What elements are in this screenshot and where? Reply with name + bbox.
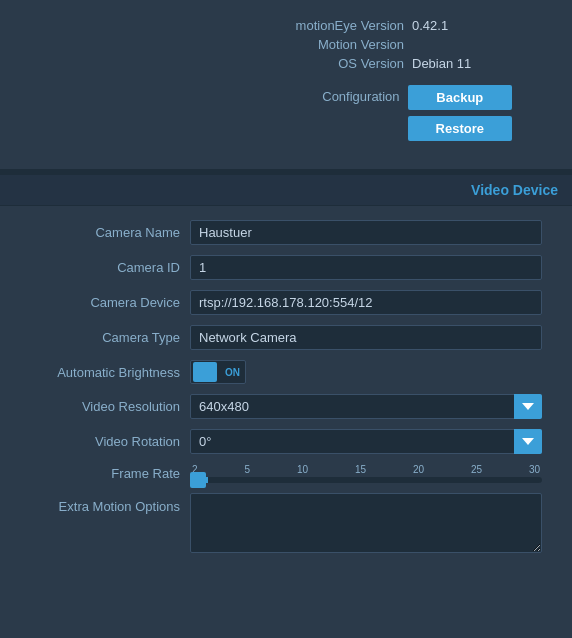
camera-name-label: Camera Name	[20, 225, 180, 240]
video-device-header: Video Device	[0, 175, 572, 206]
motion-version-label: Motion Version	[274, 37, 404, 52]
camera-type-label: Camera Type	[20, 330, 180, 345]
video-rotation-row: Video Rotation 0° 90° 180° 270°	[20, 429, 552, 454]
frame-rate-label: Frame Rate	[20, 466, 180, 481]
auto-brightness-toggle-container: ON	[190, 360, 246, 384]
motioneye-version-label: motionEye Version	[274, 18, 404, 33]
toggle-knob	[193, 362, 217, 382]
camera-type-value: Network Camera	[190, 325, 542, 350]
frame-rate-row: Frame Rate 2 5 10 15 20 25 30	[20, 464, 552, 483]
camera-name-row: Camera Name	[20, 220, 552, 245]
video-resolution-row: Video Resolution 640x480 1280x720 1920x1…	[20, 394, 552, 419]
camera-type-row: Camera Type Network Camera	[20, 325, 552, 350]
motioneye-version-value: 0.42.1	[412, 18, 512, 33]
toggle-on-label: ON	[225, 367, 240, 378]
video-rotation-select-wrapper: 0° 90° 180° 270°	[190, 429, 542, 454]
auto-brightness-toggle[interactable]: ON	[190, 360, 246, 384]
video-device-title: Video Device	[471, 182, 558, 198]
video-resolution-label: Video Resolution	[20, 399, 180, 414]
motion-version-value	[412, 37, 512, 52]
camera-device-label: Camera Device	[20, 295, 180, 310]
motion-version-row: Motion Version	[20, 37, 552, 52]
configuration-row: Configuration Backup Restore	[20, 85, 552, 141]
video-device-section: Camera Name Camera ID Camera Device Came…	[0, 206, 572, 577]
configuration-label: Configuration	[270, 85, 400, 104]
camera-id-row: Camera ID	[20, 255, 552, 280]
auto-brightness-row: Automatic Brightness ON	[20, 360, 552, 384]
os-version-row: OS Version Debian 11	[20, 56, 552, 71]
video-rotation-label: Video Rotation	[20, 434, 180, 449]
extra-motion-textarea[interactable]	[190, 493, 542, 553]
frame-rate-slider-container: 2 5 10 15 20 25 30	[190, 464, 542, 483]
video-resolution-select[interactable]: 640x480 1280x720 1920x1080	[190, 394, 542, 419]
camera-id-input[interactable]	[190, 255, 542, 280]
restore-button[interactable]: Restore	[408, 116, 512, 141]
motioneye-version-row: motionEye Version 0.42.1	[20, 18, 552, 33]
os-version-value: Debian 11	[412, 56, 512, 71]
video-rotation-select[interactable]: 0° 90° 180° 270°	[190, 429, 542, 454]
extra-motion-label: Extra Motion Options	[20, 493, 180, 514]
auto-brightness-label: Automatic Brightness	[20, 365, 180, 380]
camera-name-input[interactable]	[190, 220, 542, 245]
camera-id-label: Camera ID	[20, 260, 180, 275]
os-version-label: OS Version	[274, 56, 404, 71]
camera-device-input[interactable]	[190, 290, 542, 315]
backup-button[interactable]: Backup	[408, 85, 512, 110]
extra-motion-row: Extra Motion Options	[20, 493, 552, 553]
frame-rate-slider[interactable]	[190, 477, 542, 483]
camera-device-row: Camera Device	[20, 290, 552, 315]
video-resolution-select-wrapper: 640x480 1280x720 1920x1080	[190, 394, 542, 419]
configuration-buttons: Backup Restore	[408, 85, 512, 141]
top-section: motionEye Version 0.42.1 Motion Version …	[0, 0, 572, 159]
